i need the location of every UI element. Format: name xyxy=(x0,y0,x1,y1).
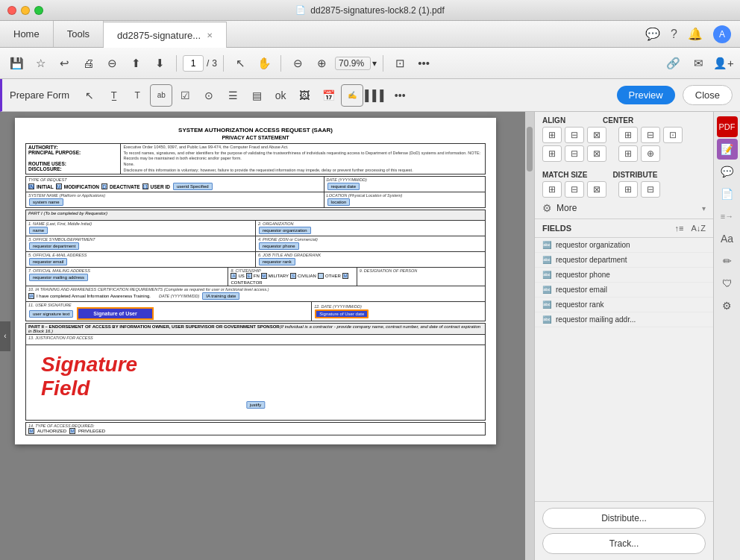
checkbox-btn[interactable]: ☑ xyxy=(174,84,196,107)
vertical-scrollbar[interactable] xyxy=(525,112,534,560)
strip-settings-icon[interactable]: ⚙ xyxy=(717,295,738,316)
ia-date-field[interactable]: IA training date xyxy=(202,292,239,300)
field-item-dept[interactable]: 🔤 requestor department xyxy=(535,253,713,268)
initial-cb[interactable]: IN xyxy=(28,183,34,189)
upload-btn[interactable]: ⬆ xyxy=(125,53,146,74)
scrollbar-thumb[interactable] xyxy=(527,127,533,172)
justify-field[interactable]: justify xyxy=(246,401,265,409)
ia-cb[interactable]: IA xyxy=(28,293,34,299)
center-h2-btn[interactable]: ⊞ xyxy=(618,145,638,162)
select-tool[interactable]: ↖ xyxy=(230,53,251,74)
track-button[interactable]: Track... xyxy=(542,533,706,554)
sig-btn[interactable]: ✍ xyxy=(341,84,363,107)
center-v-btn[interactable]: ⊟ xyxy=(641,127,660,143)
dept-field[interactable]: requestor department xyxy=(29,242,79,250)
print-btn[interactable]: 🖨 xyxy=(78,53,98,74)
strip-pdf-icon[interactable]: PDF xyxy=(717,116,738,137)
military-cb[interactable]: M xyxy=(261,273,267,279)
maximize-btn[interactable] xyxy=(34,6,43,15)
close-button[interactable]: Close xyxy=(683,85,733,105)
center-page-btn[interactable]: ⊡ xyxy=(663,127,683,143)
text-field-btn[interactable]: T̲ xyxy=(102,84,125,107)
text-tool-btn[interactable]: T xyxy=(126,84,148,107)
align-bottom-btn[interactable]: ⊠ xyxy=(587,145,606,162)
date-btn[interactable]: 📅 xyxy=(317,84,339,107)
sort-alpha-icon[interactable]: A↓Z xyxy=(691,224,706,233)
userid-field[interactable]: userid Specified xyxy=(173,183,213,190)
chat-icon[interactable]: 💬 xyxy=(645,27,660,41)
distribute-button[interactable]: Distribute... xyxy=(542,508,706,529)
name-field[interactable]: name xyxy=(29,227,48,234)
link-btn[interactable]: 🔗 xyxy=(662,53,683,74)
align-middle-btn[interactable]: ⊟ xyxy=(565,145,584,162)
close-window-btn[interactable] xyxy=(7,6,16,15)
tab-file[interactable]: dd2875-signature... ✕ xyxy=(104,22,227,48)
align-left-btn[interactable]: ⊞ xyxy=(542,127,562,143)
dist-h-btn[interactable]: ⊞ xyxy=(618,181,638,198)
strip-security-icon[interactable]: 🛡 xyxy=(717,273,738,294)
strip-form-icon[interactable]: 📝 xyxy=(717,139,738,160)
save-btn[interactable]: 💾 xyxy=(6,53,27,74)
align-center-h-btn[interactable]: ⊟ xyxy=(565,127,584,143)
help-icon[interactable]: ? xyxy=(671,28,677,41)
zoom-plus-btn[interactable]: ⊕ xyxy=(311,53,332,74)
tab-close-btn[interactable]: ✕ xyxy=(207,31,213,40)
button-btn[interactable]: ok xyxy=(269,84,292,107)
plus-btn[interactable]: ⊕ xyxy=(641,145,660,162)
other-cb[interactable] xyxy=(318,273,324,279)
field-item-rank[interactable]: 🔤 requestor rank xyxy=(535,298,713,312)
hand-tool[interactable]: ✋ xyxy=(254,53,275,74)
email-field[interactable]: requestor email xyxy=(29,258,67,265)
tab-tools[interactable]: Tools xyxy=(54,21,104,47)
system-name-field[interactable]: system name xyxy=(29,198,63,206)
notification-icon[interactable]: 🔔 xyxy=(688,27,703,41)
mail-field[interactable]: requestor mailing address xyxy=(29,274,88,281)
strip-share-icon[interactable]: ≡→ xyxy=(717,206,738,227)
sort-asc-icon[interactable]: ↑≡ xyxy=(675,224,684,233)
tab-home[interactable]: Home xyxy=(0,21,54,47)
image-btn[interactable]: 🖼 xyxy=(293,84,316,107)
cursor-tool-btn[interactable]: ↖ xyxy=(78,84,101,107)
fit-page-btn[interactable]: ⊡ xyxy=(389,53,410,74)
match-h-btn[interactable]: ⊟ xyxy=(565,181,584,198)
zoom-minus-btn[interactable]: ⊖ xyxy=(287,53,308,74)
more-section[interactable]: ⚙ More ▾ xyxy=(535,198,713,219)
match-wh-btn[interactable]: ⊠ xyxy=(587,181,606,198)
rank-field[interactable]: requestor rank xyxy=(259,258,295,265)
list-btn[interactable]: ☰ xyxy=(222,84,244,107)
strip-edit-icon[interactable]: ✏ xyxy=(717,251,738,271)
deactivate-cb[interactable]: D xyxy=(101,183,107,189)
sig-date-field[interactable]: Signature of User date xyxy=(315,309,369,318)
scroll-left-btn[interactable]: ‹ xyxy=(0,321,10,351)
user-sig-text-field[interactable]: user signature text xyxy=(29,310,73,318)
minimize-btn[interactable] xyxy=(21,6,30,15)
more-tools-btn[interactable]: ••• xyxy=(389,84,411,107)
civilian-cb[interactable]: S xyxy=(290,273,296,279)
signature-of-user-field[interactable]: Signature of User xyxy=(77,307,153,320)
strip-text-icon[interactable]: Aa xyxy=(717,228,738,249)
more-btn[interactable]: ••• xyxy=(413,53,434,74)
strip-comments-icon[interactable]: 💬 xyxy=(717,161,738,182)
mod-cb[interactable]: M xyxy=(56,183,62,189)
phone-field[interactable]: requestor phone xyxy=(259,242,299,250)
zoom-out-btn[interactable]: ⊖ xyxy=(101,53,122,74)
page-number-input[interactable] xyxy=(183,55,204,72)
us-cb[interactable]: A xyxy=(231,273,236,279)
authorized-cb[interactable]: M xyxy=(28,428,34,434)
location-field[interactable]: location xyxy=(327,198,351,206)
preview-button[interactable]: Preview xyxy=(617,86,675,104)
strip-pages-icon[interactable]: 📄 xyxy=(717,183,738,204)
field-item-mail[interactable]: 🔤 requestor mailing addr... xyxy=(535,312,713,327)
org-field[interactable]: requestor organization xyxy=(259,227,311,234)
back-btn[interactable]: ↩ xyxy=(54,53,75,74)
radio-btn[interactable]: ⊙ xyxy=(198,84,220,107)
dist-v-btn[interactable]: ⊟ xyxy=(641,181,660,198)
dropdown-btn[interactable]: ▤ xyxy=(245,84,268,107)
account-icon[interactable]: A xyxy=(713,25,731,43)
match-w-btn[interactable]: ⊞ xyxy=(542,181,562,198)
field-item-phone[interactable]: 🔤 requestor phone xyxy=(535,268,713,283)
privileged-cb[interactable]: M xyxy=(69,428,75,434)
nav-icons[interactable]: 💬 ? 🔔 A xyxy=(645,21,740,47)
text-box-btn[interactable]: ab xyxy=(150,84,172,107)
share-btn[interactable]: 👤+ xyxy=(713,53,734,74)
